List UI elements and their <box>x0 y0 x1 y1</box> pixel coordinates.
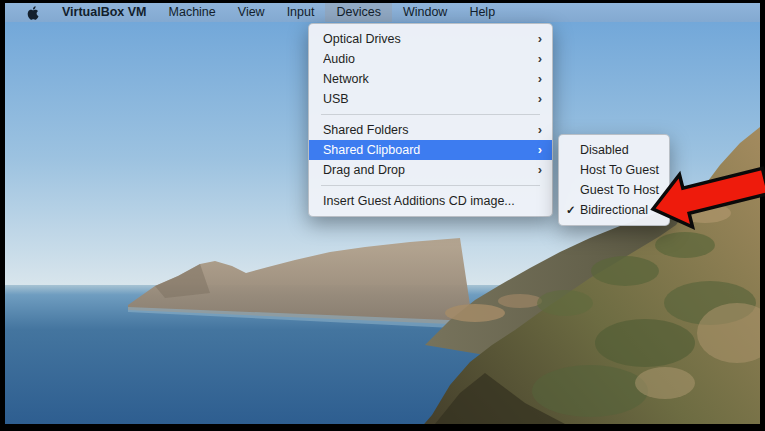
menu-item-label: Insert Guest Additions CD image... <box>323 191 542 211</box>
submenu-chevron-icon: › <box>538 89 542 109</box>
menu-bar: VirtualBox VM Machine View Input Devices… <box>5 3 760 22</box>
menu-item-label: Guest To Host <box>580 180 661 200</box>
submenu-chevron-icon: › <box>538 49 542 69</box>
menubar-item-virtualbox-vm[interactable]: VirtualBox VM <box>51 3 158 22</box>
menu-item-label: Audio <box>323 49 538 69</box>
submenu-chevron-icon: › <box>538 120 542 140</box>
vm-screen: VirtualBox VM Machine View Input Devices… <box>5 3 760 424</box>
menu-item-insert-guest-additions[interactable]: Insert Guest Additions CD image... <box>309 191 552 211</box>
menubar-item-view[interactable]: View <box>227 3 276 22</box>
menu-item-shared-clipboard[interactable]: Shared Clipboard › <box>309 140 552 160</box>
submenu-chevron-icon: › <box>538 29 542 49</box>
menu-separator <box>321 114 540 115</box>
menubar-item-input[interactable]: Input <box>276 3 326 22</box>
menu-item-usb[interactable]: USB › <box>309 89 552 109</box>
devices-menu: Optical Drives › Audio › Network › USB ›… <box>308 23 553 217</box>
submenu-item-disabled[interactable]: Disabled <box>559 140 669 160</box>
menu-item-drag-and-drop[interactable]: Drag and Drop › <box>309 160 552 180</box>
apple-menu[interactable] <box>14 3 51 22</box>
menu-item-label: Drag and Drop <box>323 160 538 180</box>
submenu-item-bidirectional[interactable]: ✓ Bidirectional <box>559 200 669 220</box>
menu-item-label: Network <box>323 69 538 89</box>
menu-item-label: Disabled <box>580 140 661 160</box>
menu-item-label: Bidirectional <box>580 200 661 220</box>
menu-item-shared-folders[interactable]: Shared Folders › <box>309 120 552 140</box>
menu-item-optical-drives[interactable]: Optical Drives › <box>309 29 552 49</box>
submenu-chevron-icon: › <box>538 160 542 180</box>
shared-clipboard-submenu: Disabled Host To Guest Guest To Host ✓ B… <box>558 134 670 226</box>
menubar-item-devices[interactable]: Devices <box>325 3 391 22</box>
menubar-item-machine[interactable]: Machine <box>158 3 227 22</box>
apple-icon <box>26 5 39 21</box>
screen-frame: VirtualBox VM Machine View Input Devices… <box>0 0 765 431</box>
submenu-chevron-icon: › <box>538 140 542 160</box>
submenu-item-host-to-guest[interactable]: Host To Guest <box>559 160 669 180</box>
menu-item-label: Shared Folders <box>323 120 538 140</box>
menu-item-label: Shared Clipboard <box>323 140 538 160</box>
menubar-item-help[interactable]: Help <box>458 3 506 22</box>
submenu-item-guest-to-host[interactable]: Guest To Host <box>559 180 669 200</box>
submenu-chevron-icon: › <box>538 69 542 89</box>
menu-item-label: USB <box>323 89 538 109</box>
menu-item-audio[interactable]: Audio › <box>309 49 552 69</box>
menu-separator <box>321 185 540 186</box>
menu-item-label: Optical Drives <box>323 29 538 49</box>
menu-item-label: Host To Guest <box>580 160 661 180</box>
checkmark-icon: ✓ <box>566 200 580 220</box>
menubar-item-window[interactable]: Window <box>392 3 458 22</box>
menu-item-network[interactable]: Network › <box>309 69 552 89</box>
